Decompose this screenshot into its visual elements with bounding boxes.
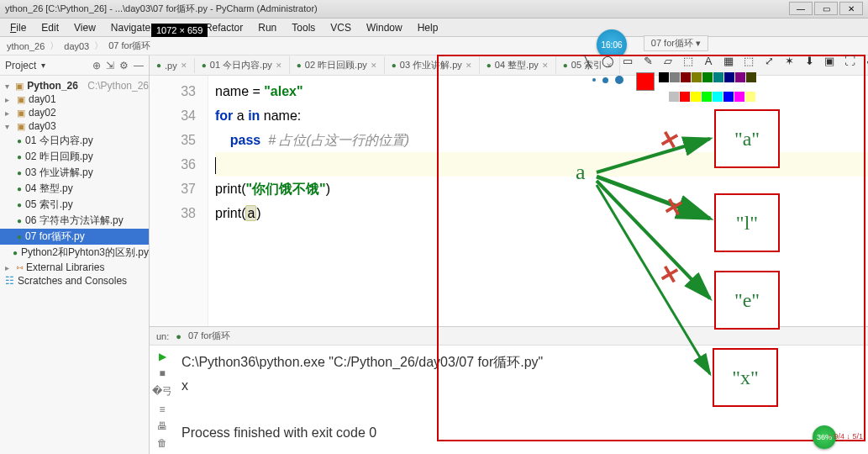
annotation-box-e: "e"	[714, 271, 780, 330]
save-icon[interactable]: ▣	[822, 53, 837, 68]
palette-swatch[interactable]	[658, 92, 668, 102]
text-icon[interactable]: A	[701, 53, 716, 68]
tree-item[interactable]: ▸▣day02	[0, 106, 149, 119]
collapse-icon[interactable]: ⇲	[106, 60, 114, 71]
menu-help[interactable]: Help	[411, 20, 445, 35]
brush-size-small[interactable]	[592, 78, 596, 82]
palette-swatch[interactable]	[669, 92, 679, 102]
run-icon[interactable]: ▶	[159, 351, 166, 362]
tree-item[interactable]: ●02 昨日回顾.py	[0, 149, 149, 165]
menu-tools[interactable]: Tools	[285, 20, 322, 35]
console-header: un: ● 07 for循环	[150, 327, 868, 346]
annotation-box-l: "l"	[714, 193, 780, 252]
tree-item[interactable]: ▾▣day03	[0, 119, 149, 133]
tree-root[interactable]: ▾▣ Python_26 C:\Python_26	[0, 79, 149, 92]
line-gutter: 333435363738	[150, 76, 208, 326]
palette-swatch[interactable]	[713, 92, 723, 102]
window-close[interactable]: ✕	[839, 2, 863, 15]
eraser-icon[interactable]: ▱	[660, 53, 676, 68]
menu-run[interactable]: Run	[251, 20, 283, 35]
dimension-badge: 1072 × 659	[151, 24, 208, 37]
brush-size-large[interactable]	[615, 76, 623, 84]
menu-navigate[interactable]: Navigate	[104, 20, 157, 35]
current-color[interactable]	[636, 72, 655, 91]
zoom-icon[interactable]: ⤢	[761, 53, 776, 68]
window-buttons: — ▭ ✕	[789, 2, 863, 15]
editor-tab[interactable]: ●02 昨日回顾.py✕	[290, 56, 385, 74]
main-menu: File Edit View Navigate Code Refactor Ru…	[0, 18, 868, 37]
step-icon[interactable]: �弓	[152, 384, 172, 399]
menu-window[interactable]: Window	[360, 20, 409, 35]
crumb-2[interactable]: day03	[64, 41, 89, 51]
console-gutter: ▶ ■ �弓 ≡ 🖶 🗑	[150, 346, 175, 454]
crosshair-icon[interactable]: ✶	[781, 53, 797, 68]
scratches[interactable]: ☷Scratches and Consoles	[0, 274, 149, 288]
editor-tab[interactable]: ●03 作业讲解.py✕	[385, 56, 480, 74]
line-icon[interactable]: ╲	[580, 53, 595, 68]
editor-tab[interactable]: ●01 今日内容.py✕	[195, 56, 290, 74]
tree-item[interactable]: ●04 整型.py	[0, 181, 149, 197]
window-minimize[interactable]: —	[789, 2, 813, 15]
annotation-variable-a: a	[576, 160, 586, 185]
stop-icon[interactable]: ■	[159, 367, 165, 379]
window-title-bar: ython_26 [C:\Python_26] - ...\day03\07 f…	[0, 0, 868, 18]
tree-item[interactable]: ●06 字符串方法详解.py	[0, 213, 149, 229]
trash-icon[interactable]: 🗑	[157, 437, 167, 449]
menu-file[interactable]: File	[3, 20, 33, 35]
project-tree[interactable]: ▾▣ Python_26 C:\Python_26 ▸▣day01▸▣day02…	[0, 76, 149, 454]
gear-icon[interactable]: ⚙	[119, 60, 129, 71]
annotation-box-x: "x"	[713, 348, 778, 407]
pencil-icon[interactable]: ✎	[640, 53, 655, 68]
tree-item[interactable]: ▸▣day01	[0, 92, 149, 106]
external-libraries[interactable]: ▸⑅External Libraries	[0, 261, 149, 274]
scroll-indicator: ↑ 9/4 ↓ 5/1	[828, 432, 863, 441]
brush-size-selector[interactable]	[592, 76, 623, 84]
expand-icon[interactable]: ⛶	[842, 53, 857, 68]
crumb-1[interactable]: ython_26	[7, 41, 45, 51]
console-tab[interactable]: 07 for循环	[188, 330, 230, 342]
palette-swatch[interactable]	[691, 92, 701, 102]
rect-icon[interactable]: ▭	[620, 53, 635, 68]
brush-size-med[interactable]	[602, 77, 608, 83]
palette-swatch[interactable]	[702, 92, 712, 102]
run-label: un:	[156, 331, 169, 341]
project-tool-header: Project ▾ ⊕ ⇲ ⚙ —	[0, 55, 149, 76]
menu-view[interactable]: View	[67, 20, 103, 35]
group-icon[interactable]: ⬚	[741, 53, 756, 68]
download-icon[interactable]: ⬇	[802, 53, 817, 68]
project-title[interactable]: Project	[5, 60, 36, 71]
palette-swatch[interactable]	[734, 92, 744, 102]
hide-icon[interactable]: —	[134, 60, 144, 71]
palette-swatch[interactable]	[745, 92, 755, 102]
annotation-box-a: "a"	[714, 109, 780, 168]
tree-item[interactable]: ●05 索引.py	[0, 197, 149, 213]
palette-swatch[interactable]	[723, 92, 734, 102]
window-title: ython_26 [C:\Python_26] - ...\day03\07 f…	[5, 3, 318, 15]
window-maximize[interactable]: ▭	[814, 2, 838, 15]
menu-edit[interactable]: Edit	[34, 20, 66, 35]
crumb-3[interactable]: 07 for循环	[108, 40, 150, 52]
tree-item[interactable]: ●01 今日内容.py	[0, 133, 149, 149]
tree-item[interactable]: ●07 for循环.py	[0, 229, 149, 245]
project-sidebar: Project ▾ ⊕ ⇲ ⚙ — ▾▣ Python_26 C:\Python…	[0, 55, 150, 454]
autoscroll-icon[interactable]: ⊕	[92, 60, 101, 71]
color-palette[interactable]	[636, 72, 756, 102]
ellipse-icon[interactable]: ◯	[600, 53, 615, 68]
editor-tab[interactable]: ●04 整型.py✕	[480, 56, 556, 74]
accept-icon[interactable]: ✓	[862, 53, 868, 68]
list-icon[interactable]: ≡	[159, 404, 165, 415]
print-icon[interactable]: 🖶	[157, 420, 167, 432]
annotation-toolbar: ╲◯▭✎▱⬚A▦⬚⤢✶⬇▣⛶✓✕↗	[580, 47, 868, 74]
tree-item[interactable]: ●03 作业讲解.py	[0, 165, 149, 181]
brush-icon[interactable]: ⬚	[681, 53, 696, 68]
tree-item[interactable]: ●Python2和Pyhton3的区别.py	[0, 245, 149, 261]
console-output[interactable]: C:\Python36\python.exe "C:/Python_26/day…	[175, 346, 550, 454]
editor-tab[interactable]: ●.py✕	[150, 58, 195, 73]
mask-icon[interactable]: ▦	[721, 53, 736, 68]
menu-vcs[interactable]: VCS	[324, 20, 358, 35]
palette-swatch[interactable]	[680, 92, 690, 102]
